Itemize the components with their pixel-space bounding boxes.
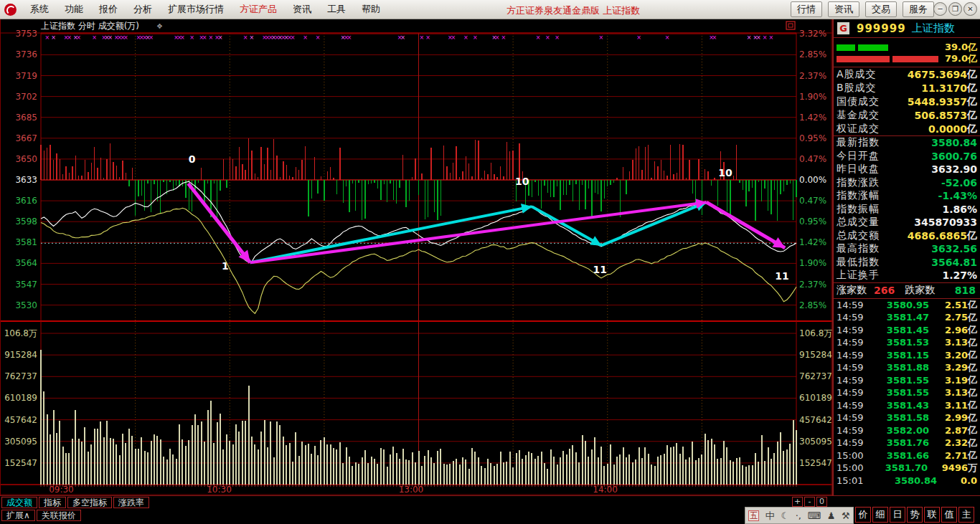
tick-amount: 3.13 [945, 337, 968, 348]
tick-time: 14:59 [837, 362, 871, 373]
menu-item-7[interactable]: 资讯 [285, 3, 319, 16]
restore-button[interactable]: ❐ [948, 2, 962, 16]
volume-bar [598, 457, 599, 485]
close-button[interactable]: ✕ [963, 2, 977, 16]
stock-name[interactable]: 上证指数 [912, 22, 955, 35]
down-amount-bar [607, 180, 608, 186]
row-unit: 亿 [967, 95, 977, 108]
wrench-icon[interactable]: ⚒ [842, 511, 850, 520]
down-amount-bar [550, 180, 551, 197]
menu-item-4[interactable]: 分析 [126, 3, 160, 16]
chart-tool-icon: ❖ [156, 22, 163, 30]
row-label: 指数涨幅 [837, 189, 880, 202]
stock-code[interactable]: 999999 [857, 22, 906, 35]
down-amount-bar [595, 180, 595, 193]
tab-2[interactable]: 指标 [39, 497, 66, 508]
extension-tab-1[interactable]: 扩展∧ [1, 510, 35, 521]
up-amount-bar [503, 176, 504, 180]
volume-bar [320, 440, 321, 485]
extension-tab-2[interactable]: 关联报价 [37, 510, 81, 521]
volume-bar [793, 420, 794, 485]
down-amount-bar [585, 180, 585, 209]
volume-bar [242, 421, 243, 485]
up-amount-bar [682, 145, 683, 180]
keyboard-icon[interactable]: ⌨ [807, 511, 821, 520]
up-amount-bar [110, 143, 110, 180]
menu-item-3[interactable]: 报价 [91, 3, 126, 16]
turnover-row: 国债成交5448.9357亿 [834, 95, 980, 108]
topbar-button-4[interactable]: 服务 [903, 1, 934, 17]
zoom-out-button[interactable]: - [804, 497, 815, 507]
down-amount-bar [418, 180, 419, 195]
down-amount-bar [748, 180, 749, 191]
minimize-button[interactable]: ─ [933, 2, 947, 16]
five-panel-icon[interactable]: 五 [748, 510, 759, 521]
chart-canvas[interactable]: ××××××××××××××××××××××××××××××××××××××××… [0, 19, 832, 495]
signal-marker: × [545, 34, 550, 41]
quote-row: 最高指数3632.56 [834, 242, 980, 256]
volume-bar [616, 457, 618, 485]
menu-item-5[interactable]: 扩展市场行情 [160, 3, 232, 16]
row-label: 最高指数 [837, 242, 880, 255]
volume-bar [572, 445, 573, 485]
percent-axis-label: 1.42% [799, 113, 826, 123]
menu-item-9[interactable]: 帮助 [354, 3, 388, 16]
tick-row: 15:013580.840.0 [834, 475, 980, 487]
volume-bar [705, 434, 706, 485]
night-mode-icon[interactable]: ☾ [781, 511, 789, 520]
quick-view-button-2[interactable]: 细 [872, 507, 888, 523]
quote-row: 总成交额4686.6865亿 [834, 229, 980, 243]
tick-unit: 亿 [968, 386, 977, 399]
tick-row: 14:593581.553.19亿 [834, 374, 980, 387]
tab-3[interactable]: 多空指标 [67, 497, 112, 508]
up-amount-bar [509, 151, 510, 180]
quick-view-button-7[interactable]: 主 [958, 507, 974, 523]
up-amount-bar [260, 147, 261, 180]
topbar-button-3[interactable]: 交易 [865, 1, 897, 17]
down-amount-bar [777, 180, 778, 221]
up-amount-bar [283, 161, 283, 180]
down-amount-bar [399, 180, 400, 188]
volume-bar [342, 463, 344, 485]
trend-arrow [707, 202, 786, 248]
down-amount-bar [534, 180, 535, 182]
quick-view-button-6[interactable]: 值 [941, 507, 957, 523]
quick-view-button-5[interactable]: 联 [924, 507, 940, 523]
volume-bar [78, 439, 80, 485]
menu-item-6[interactable]: 方证产品 [232, 3, 285, 16]
signal-marker: × [250, 34, 255, 41]
menu-item-1[interactable]: 系统 [22, 3, 57, 16]
tab-4[interactable]: 涨跌率 [113, 497, 149, 508]
row-unit: 亿 [967, 68, 977, 81]
down-amount-bar [141, 180, 142, 196]
chart-corner-icon [786, 22, 795, 29]
row-value: -1.43% [938, 190, 977, 201]
volume-bar [217, 422, 218, 485]
zoom-in-button[interactable]: + [792, 497, 803, 507]
quick-view-button-3[interactable]: 日 [890, 507, 905, 523]
quick-view-button-4[interactable]: 势 [907, 507, 923, 523]
percent-axis-label: 3.32% [799, 29, 826, 39]
volume-bar [648, 454, 649, 485]
menu-item-2[interactable]: 功能 [57, 3, 91, 16]
volume-axis-label: 305095 [799, 437, 832, 447]
up-amount-bar [239, 147, 240, 180]
topbar-button-1[interactable]: 行情 [791, 1, 822, 17]
row-label: 昨日收盘 [837, 163, 880, 176]
price-axis-label: 3633 [15, 175, 37, 185]
tick-time: 14:59 [837, 412, 871, 423]
up-amount-bar [78, 176, 79, 180]
quick-view-button-1[interactable]: 价 [855, 507, 871, 523]
topbar-button-2[interactable]: 资讯 [828, 1, 859, 17]
down-amount-bar [771, 180, 771, 214]
zoom-reset-button[interactable]: 0 [816, 497, 827, 507]
chinese-input-icon[interactable]: 中 [765, 511, 775, 520]
menu-item-8[interactable]: 工具 [319, 3, 354, 16]
volume-bar [575, 452, 577, 485]
tick-table[interactable]: 14:593580.952.51亿14:593581.472.75亿14:593… [834, 299, 980, 487]
user-icon[interactable]: ♟ [827, 511, 836, 520]
intraday-chart[interactable]: ××××××××××××××××××××××××××××××××××××××××… [0, 19, 832, 495]
punctuation-icon[interactable]: ·, [796, 511, 801, 520]
volume-bar [440, 449, 441, 485]
tab-1[interactable]: 成交额 [1, 497, 37, 508]
